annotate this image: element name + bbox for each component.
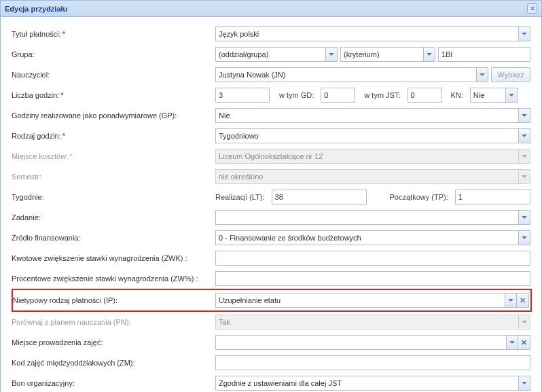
grupa-oddzial-trigger[interactable] [325,47,338,62]
miejsce-prow-clear[interactable]: ✕ [518,335,530,350]
grupa-kryterium-trigger[interactable] [423,47,435,62]
label-zwk: Kwotowe zwiększenie stawki wynagrodzenia… [12,254,215,262]
chevron-down-icon [522,382,527,385]
nauczyciel-trigger[interactable] [476,67,488,82]
grupa-oddzial-input[interactable] [215,47,325,62]
ip-trigger[interactable] [505,293,517,308]
chevron-down-icon [522,33,527,35]
chevron-down-icon [329,53,334,56]
zm-input[interactable] [215,355,530,370]
label-realizacji: Realizacji (LT): [215,193,269,201]
chevron-down-icon [522,114,527,117]
label-tygodnie: Tygodnie: [12,193,215,201]
semestr-trigger [518,169,530,184]
kn-input[interactable] [470,88,505,103]
label-semestr: Semestr: [12,173,215,181]
kn-trigger[interactable] [505,88,518,103]
zadanie-input[interactable] [215,210,518,225]
poczatkowy-input[interactable] [455,190,530,204]
dialog-window: Edycja przydziału ✕ Tytuł płatności:* Gr… [0,0,542,392]
label-liczba-godzin: Liczba godzin:* [12,91,215,99]
form-body: Tytuł płatności:* Grupa: [1,17,541,392]
chevron-down-icon [522,216,527,219]
label-w-tym-gd: w tym GD: [272,91,318,99]
rodzaj-godzin-input[interactable] [215,128,518,143]
titlebar: Edycja przydziału ✕ [1,1,541,17]
pn-input [215,315,518,329]
grupa-kryterium-input[interactable] [340,47,423,62]
label-poczatkowy: Początkowy (TP): [369,193,452,201]
semestr-input [215,169,518,184]
label-miejsce-kosztow: Miejsce kosztów:* [12,152,215,160]
miejsce-prow-input[interactable] [215,335,506,350]
zrodlo-trigger[interactable] [518,230,530,245]
zwp-input[interactable] [215,271,530,286]
close-button[interactable]: ✕ [527,3,537,14]
chevron-down-icon [522,236,527,239]
clear-icon: ✕ [521,338,527,347]
pn-trigger [518,315,530,329]
nauczyciel-input[interactable] [215,67,476,82]
ip-input[interactable] [215,293,505,308]
ip-row-highlight: Nietypowy rodzaj płatności (IP): ✕ [12,289,532,312]
realizacji-input[interactable] [272,190,367,204]
label-zrodlo: Źródło finansowania: [12,234,215,242]
ip-clear[interactable]: ✕ [517,293,529,308]
label-zwp: Procentowe zwiększenie stawki wynagrodze… [12,274,215,283]
w-tym-jst-input[interactable] [408,88,441,103]
label-w-tym-jst: w tym JST: [357,91,404,99]
window-title: Edycja przydziału [5,5,67,13]
tytul-platnosci-input[interactable] [215,26,518,41]
miejsce-kosztow-trigger [518,149,530,164]
gp-trigger[interactable] [518,108,530,123]
clear-icon: ✕ [520,296,526,305]
bon-trigger[interactable] [518,376,530,391]
chevron-down-icon [522,175,527,178]
label-nauczyciel: Nauczyciel: [12,71,215,79]
label-rodzaj-godzin: Rodzaj godzin:* [12,132,215,140]
chevron-down-icon [522,155,527,158]
miejsce-prow-trigger[interactable] [506,335,518,350]
zadanie-trigger[interactable] [518,210,530,225]
w-tym-gd-input[interactable] [321,88,355,103]
tytul-platnosci-trigger[interactable] [518,26,530,41]
chevron-down-icon [427,53,432,56]
gp-input[interactable] [215,108,518,123]
chevron-down-icon [480,73,485,76]
label-tytul-platnosci: Tytuł płatności:* [12,30,215,38]
label-bon: Bon organizacyjny: [12,379,215,387]
wybierz-button[interactable]: Wybierz [491,67,530,82]
chevron-down-icon [522,135,527,137]
label-pn: Porównaj z planem nauczania (PN): [12,318,215,326]
label-zm: Kod zajęć międzyoddziałowych (ZM): [12,359,215,367]
chevron-down-icon [508,299,513,302]
label-ip: Nietypowy rodzaj płatności (IP): [13,296,215,304]
label-gp: Godziny realizowane jako ponadwymiarowe … [12,111,215,120]
rodzaj-godzin-trigger[interactable] [518,128,530,143]
chevron-down-icon [509,341,515,344]
chevron-down-icon [509,94,514,96]
bon-input[interactable] [215,376,518,391]
zwk-input[interactable] [215,251,530,266]
label-grupa: Grupa: [12,50,215,58]
chevron-down-icon [522,321,527,323]
zrodlo-input[interactable] [215,230,518,245]
liczba-godzin-input[interactable] [215,88,270,103]
label-miejsce-prow: Miejsce prowadzenia zajęć: [12,338,215,346]
label-kn: KN: [444,91,467,99]
grupa-klasa-input[interactable] [438,47,530,62]
miejsce-kosztow-input [215,149,518,164]
label-zadanie: Zadanie: [12,213,215,221]
